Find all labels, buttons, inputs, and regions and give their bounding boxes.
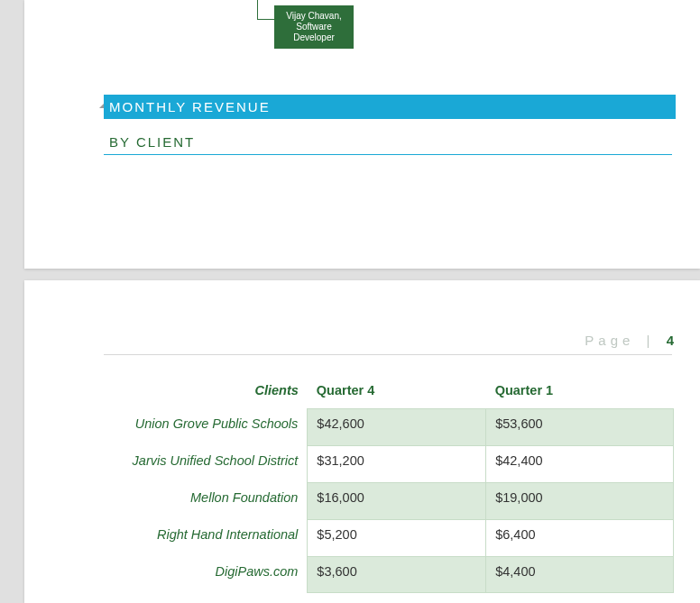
table-header-row: Clients Quarter 4 Quarter 1 <box>104 378 674 409</box>
cell-q1: $6,400 <box>486 520 674 557</box>
cell-q4: $31,200 <box>308 446 486 483</box>
document-page-lower[interactable]: Page | 4 Clients Quarter 4 Quarter 1 Uni… <box>24 280 700 603</box>
cell-q4: $3,600 <box>308 557 486 593</box>
page-number: 4 <box>667 333 675 348</box>
section-heading-banner[interactable]: MONTHLY REVENUE <box>104 95 676 119</box>
section-heading-text: MONTHLY REVENUE <box>109 99 271 114</box>
client-name: Right Hand International <box>104 520 308 557</box>
table-row: DigiPaws.com $3,600 $4,400 <box>104 557 674 593</box>
cell-q1: $19,000 <box>486 483 674 520</box>
col-header-clients: Clients <box>104 378 308 409</box>
cell-q1: $42,400 <box>486 446 674 483</box>
col-header-q1: Quarter 1 <box>486 378 674 409</box>
org-chart-node: Vijay Chavan, Software Developer <box>274 5 354 49</box>
table-row: Mellon Foundation $16,000 $19,000 <box>104 483 674 520</box>
page-number-label: Page | 4 <box>585 333 675 348</box>
revenue-table: Clients Quarter 4 Quarter 1 Union Grove … <box>104 378 674 593</box>
client-name: Jarvis Unified School District <box>104 446 308 483</box>
client-name: Union Grove Public Schools <box>104 409 308 446</box>
col-header-q4: Quarter 4 <box>308 378 486 409</box>
org-chart-name: Vijay Chavan, <box>281 11 346 22</box>
section-subheading[interactable]: BY CLIENT <box>104 135 672 151</box>
section-subheading-wrap: BY CLIENT <box>104 135 672 155</box>
table-row: Union Grove Public Schools $42,600 $53,6… <box>104 409 674 446</box>
client-name: Mellon Foundation <box>104 483 308 520</box>
cell-q1: $4,400 <box>486 557 674 593</box>
client-name: DigiPaws.com <box>104 557 308 593</box>
cell-q1: $53,600 <box>486 409 674 446</box>
cell-q4: $42,600 <box>308 409 486 446</box>
header-rule <box>104 354 672 355</box>
document-page-upper[interactable]: Vijay Chavan, Software Developer MONTHLY… <box>24 0 700 269</box>
table-row: Jarvis Unified School District $31,200 $… <box>104 446 674 483</box>
cell-q4: $5,200 <box>308 520 486 557</box>
table-row: Right Hand International $5,200 $6,400 <box>104 520 674 557</box>
cell-q4: $16,000 <box>308 483 486 520</box>
page-word: Page <box>585 333 634 348</box>
page-separator: | <box>647 333 655 348</box>
org-chart-role: Software Developer <box>281 22 346 43</box>
